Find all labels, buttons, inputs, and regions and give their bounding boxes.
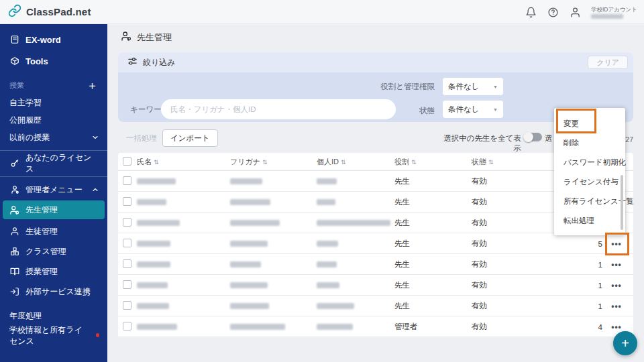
kana-redacted xyxy=(230,178,262,184)
role-cell: 先生 xyxy=(394,296,410,316)
page-title: 先生管理 xyxy=(137,32,172,44)
column-header-kana[interactable]: フリガナ⇅ xyxy=(230,153,268,171)
sort-icon[interactable]: ⇅ xyxy=(341,159,346,166)
kana-redacted xyxy=(230,303,269,309)
name-redacted xyxy=(137,199,166,205)
clear-filter-button[interactable]: クリア xyxy=(588,56,628,69)
sort-icon[interactable]: ⇅ xyxy=(154,159,159,166)
name-redacted xyxy=(137,220,180,226)
class-sitemap-icon xyxy=(9,247,19,257)
column-header-personal-id[interactable]: 個人ID⇅ xyxy=(317,153,346,171)
menu-scrollbar[interactable] xyxy=(621,175,623,230)
sidebar-item-admin-menu[interactable]: 管理者メニュー xyxy=(0,181,107,198)
context-menu-item[interactable]: 削除 xyxy=(554,133,625,153)
role-cell: 先生 xyxy=(394,254,410,275)
sidebar-item-teacher-management[interactable]: 先生管理 xyxy=(3,200,105,219)
teacher-gear-icon xyxy=(9,205,19,215)
personal-id-redacted xyxy=(317,261,337,267)
chevron-down-icon xyxy=(91,133,99,141)
name-redacted xyxy=(137,178,176,184)
topbar: ClassPad.net 学校IDアカウント xyxy=(0,0,644,24)
row-checkbox[interactable] xyxy=(123,239,131,247)
role-cell: 先生 xyxy=(394,171,410,192)
show-selected-toggle[interactable] xyxy=(525,133,542,141)
sidebar-item-school-info-licenses[interactable]: 学校情報と所有ライセンス xyxy=(0,326,107,346)
import-button[interactable]: インポート xyxy=(162,129,218,147)
sidebar-divider xyxy=(0,176,107,177)
row-kebab-menu-button[interactable]: ••• xyxy=(608,296,625,316)
table-row: 先生 有効 1 ••• xyxy=(118,275,633,296)
personal-id-redacted xyxy=(317,303,354,309)
name-redacted xyxy=(137,324,177,330)
sidebar-item-your-license[interactable]: あなたのライセンス xyxy=(0,155,107,172)
license-count-cell: 1 xyxy=(574,296,602,316)
sidebar-item-previous-class[interactable]: 以前の授業 xyxy=(0,129,107,146)
personal-id-redacted xyxy=(317,282,339,288)
role-filter-label: 役割と管理権限 xyxy=(354,82,435,92)
clipped-selection-text: 選 xyxy=(545,133,553,143)
add-teacher-fab[interactable]: + xyxy=(613,331,637,355)
context-menu-item[interactable]: 所有ライセンス一覧 xyxy=(554,192,625,211)
row-checkbox[interactable] xyxy=(123,301,131,310)
show-selected-toggle-label: 選択中の先生を全て表示 xyxy=(439,133,521,154)
user-icon[interactable] xyxy=(569,6,581,18)
app-logo[interactable]: ClassPad.net xyxy=(0,4,91,20)
sidebar-item-student-management[interactable]: 生徒管理 xyxy=(0,221,107,241)
status-cell: 有効 xyxy=(472,233,487,254)
sort-icon[interactable]: ⇅ xyxy=(411,159,417,166)
row-context-menu: 変更 削除 パスワード初期化 ライセンス付与 所有ライセンス一覧 転出処理 xyxy=(554,108,625,235)
column-header-role[interactable]: 役割⇅ xyxy=(394,153,417,171)
context-menu-item[interactable]: 転出処理 xyxy=(554,211,625,231)
row-checkbox[interactable] xyxy=(123,197,131,206)
account-info[interactable]: 学校IDアカウント xyxy=(591,5,637,19)
row-checkbox[interactable] xyxy=(123,280,131,289)
row-checkbox[interactable] xyxy=(123,176,131,185)
sidebar-item-self-study[interactable]: 自主学習 xyxy=(0,94,107,111)
sidebar-item-external-services[interactable]: 外部サービス連携 xyxy=(0,282,107,302)
keyword-search-input[interactable] xyxy=(161,99,396,119)
context-menu-item[interactable]: パスワード初期化 xyxy=(554,153,625,172)
context-menu-item[interactable]: ライセンス付与 xyxy=(554,172,625,192)
teacher-gear-icon xyxy=(121,31,131,44)
sidebar-item-class-management[interactable]: クラス管理 xyxy=(0,241,107,261)
row-kebab-menu-button[interactable]: ••• xyxy=(608,275,625,296)
column-header-name[interactable]: 氏名⇅ xyxy=(137,153,159,171)
help-icon[interactable] xyxy=(547,6,559,18)
filter-header: 絞り込み クリア xyxy=(118,52,633,72)
sort-icon[interactable]: ⇅ xyxy=(488,159,494,166)
kana-redacted xyxy=(230,241,268,247)
caret-down-icon: ▼ xyxy=(493,84,498,89)
status-cell: 有効 xyxy=(472,316,487,337)
account-name-redacted xyxy=(591,14,623,19)
row-checkbox[interactable] xyxy=(123,259,131,268)
notification-bell-icon[interactable] xyxy=(525,6,537,18)
add-class-plus-icon[interactable]: ＋ xyxy=(87,80,98,91)
column-header-status[interactable]: 状態⇅ xyxy=(472,153,494,171)
table-row: 先生 有効 5 ••• xyxy=(118,233,633,254)
row-checkbox[interactable] xyxy=(123,218,131,227)
sidebar-label-tools: Tools xyxy=(25,56,48,66)
sidebar-item-public-history[interactable]: 公開履歴 xyxy=(0,111,107,129)
sidebar-item-tools[interactable]: Tools xyxy=(0,51,107,71)
status-cell: 有効 xyxy=(472,254,487,275)
sidebar-item-exword[interactable]: EX-word xyxy=(0,29,107,50)
sidebar-item-lesson-management[interactable]: 授業管理 xyxy=(0,261,107,282)
row-kebab-menu-button[interactable]: ••• xyxy=(608,254,625,275)
role-filter-select[interactable]: 条件なし▼ xyxy=(443,78,503,95)
sidebar-item-year-processing[interactable]: 年度処理 xyxy=(0,306,107,326)
row-kebab-menu-button[interactable]: ••• xyxy=(608,233,625,254)
status-filter-select[interactable]: 条件なし▼ xyxy=(443,101,503,118)
role-cell: 管理者 xyxy=(394,316,418,337)
context-menu-item[interactable]: 変更 xyxy=(554,114,625,133)
name-redacted xyxy=(137,282,168,288)
row-checkbox[interactable] xyxy=(123,322,131,330)
status-cell: 有効 xyxy=(472,275,487,296)
personal-id-redacted xyxy=(317,199,335,205)
table-row: 管理者 有効 4 ••• xyxy=(118,316,633,337)
app-title: ClassPad.net xyxy=(26,6,91,17)
select-all-checkbox[interactable] xyxy=(123,157,131,166)
bulk-action-button[interactable]: 一括処理 xyxy=(119,130,164,146)
admin-person-icon xyxy=(9,185,19,195)
sort-icon[interactable]: ⇅ xyxy=(262,159,268,166)
notification-badge xyxy=(96,333,99,337)
